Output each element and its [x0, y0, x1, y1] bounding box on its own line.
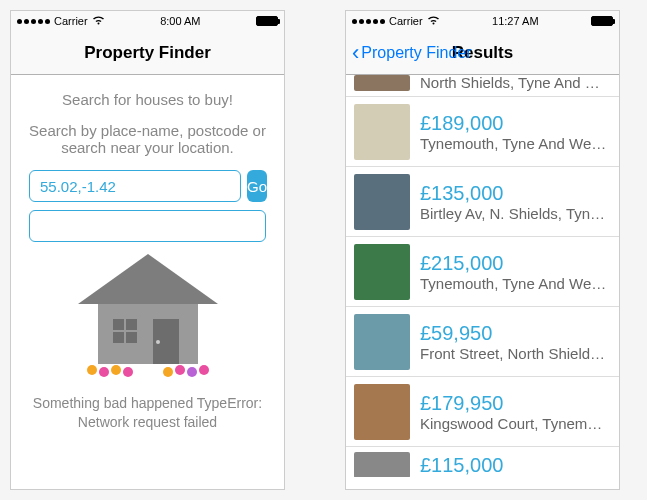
- result-row[interactable]: £135,000Birtley Av, N. Shields, Tyne…: [346, 167, 619, 237]
- phone-search-screen: Carrier 8:00 AM Property Finder Search f…: [10, 10, 285, 490]
- status-bar: Carrier 8:00 AM: [11, 11, 284, 31]
- chevron-left-icon: ‹: [352, 42, 359, 64]
- svg-point-6: [156, 340, 160, 344]
- result-thumbnail: [354, 384, 410, 440]
- svg-point-7: [87, 365, 97, 375]
- result-thumbnail: [354, 244, 410, 300]
- error-message: Something bad happened TypeError: Networ…: [29, 394, 266, 432]
- status-time: 8:00 AM: [160, 15, 200, 27]
- result-text: £215,000Tynemouth, Tyne And Wear…: [420, 252, 611, 292]
- status-left: Carrier: [17, 15, 105, 27]
- result-price: £59,950: [420, 322, 611, 345]
- result-text: £59,950Front Street, North Shields,…: [420, 322, 611, 362]
- wifi-icon: [427, 15, 440, 27]
- svg-point-9: [111, 365, 121, 375]
- carrier-label: Carrier: [54, 15, 88, 27]
- search-row: Go: [29, 170, 266, 202]
- result-text: £189,000Tynemouth, Tyne And Wear…: [420, 112, 611, 152]
- house-icon: [68, 254, 228, 384]
- result-row[interactable]: £179,950Kingswood Court, Tynemo…: [346, 377, 619, 447]
- result-address: Kingswood Court, Tynemo…: [420, 415, 610, 432]
- carrier-label: Carrier: [389, 15, 423, 27]
- result-address: Front Street, North Shields,…: [420, 345, 610, 362]
- phone-results-screen: Carrier 11:27 AM ‹ Property Finder Resul…: [345, 10, 620, 490]
- status-bar: Carrier 11:27 AM: [346, 11, 619, 31]
- nav-bar: ‹ Property Finder Results: [346, 31, 619, 75]
- svg-point-14: [199, 365, 209, 375]
- result-text: £135,000Birtley Av, N. Shields, Tyne…: [420, 182, 611, 222]
- result-thumbnail: [354, 314, 410, 370]
- result-row[interactable]: North Shields, Tyne And W…: [346, 75, 619, 97]
- signal-icon: [17, 19, 50, 24]
- result-address: Birtley Av, N. Shields, Tyne…: [420, 205, 610, 222]
- result-price: £215,000: [420, 252, 611, 275]
- result-address: Tynemouth, Tyne And Wear…: [420, 275, 610, 292]
- result-row[interactable]: £189,000Tynemouth, Tyne And Wear…: [346, 97, 619, 167]
- result-row[interactable]: £115,000: [346, 447, 619, 477]
- result-thumbnail: [354, 174, 410, 230]
- result-address: North Shields, Tyne And W…: [420, 75, 610, 91]
- back-button[interactable]: ‹ Property Finder: [352, 31, 472, 74]
- result-thumbnail: [354, 452, 410, 477]
- intro-line-2: Search by place-name, postcode or search…: [29, 122, 266, 156]
- svg-point-11: [163, 367, 173, 377]
- result-row[interactable]: £215,000Tynemouth, Tyne And Wear…: [346, 237, 619, 307]
- back-label: Property Finder: [361, 44, 471, 62]
- results-list[interactable]: North Shields, Tyne And W…£189,000Tynemo…: [346, 75, 619, 477]
- result-text: £115,000: [420, 454, 611, 477]
- result-price: £189,000: [420, 112, 611, 135]
- result-thumbnail: [354, 104, 410, 160]
- result-thumbnail: [354, 75, 410, 91]
- result-text: £179,950Kingswood Court, Tynemo…: [420, 392, 611, 432]
- result-price: £179,950: [420, 392, 611, 415]
- location-input[interactable]: [29, 210, 266, 242]
- result-address: Tynemouth, Tyne And Wear…: [420, 135, 610, 152]
- result-price: £115,000: [420, 454, 611, 477]
- result-price: £135,000: [420, 182, 611, 205]
- status-time: 11:27 AM: [492, 15, 538, 27]
- nav-bar: Property Finder: [11, 31, 284, 75]
- search-content: Search for houses to buy! Search by plac…: [11, 75, 284, 448]
- svg-point-10: [123, 367, 133, 377]
- svg-point-8: [99, 367, 109, 377]
- intro-line-1: Search for houses to buy!: [29, 91, 266, 108]
- signal-icon: [352, 19, 385, 24]
- battery-icon: [256, 16, 278, 26]
- nav-title: Property Finder: [84, 43, 211, 63]
- go-button[interactable]: Go: [247, 170, 267, 202]
- wifi-icon: [92, 15, 105, 27]
- svg-marker-0: [78, 254, 218, 304]
- result-text: North Shields, Tyne And W…: [420, 75, 611, 91]
- result-row[interactable]: £59,950Front Street, North Shields,…: [346, 307, 619, 377]
- status-left: Carrier: [352, 15, 440, 27]
- search-input[interactable]: [29, 170, 241, 202]
- battery-icon: [591, 16, 613, 26]
- svg-point-13: [187, 367, 197, 377]
- svg-point-12: [175, 365, 185, 375]
